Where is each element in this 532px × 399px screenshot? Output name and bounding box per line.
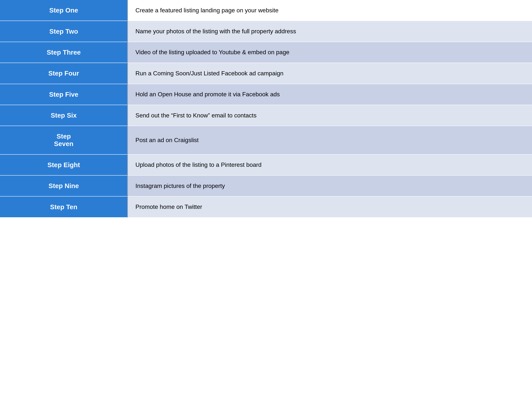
step-content: Run a Coming Soon/Just Listed Facebook a… xyxy=(128,63,532,84)
table-row: Step TenPromote home on Twitter xyxy=(0,196,532,217)
table-row: Step EightUpload photos of the listing t… xyxy=(0,154,532,175)
table-row: Step SixSend out the “First to Know” ema… xyxy=(0,105,532,126)
table-row: Step NineInstagram pictures of the prope… xyxy=(0,175,532,196)
step-content: Upload photos of the listing to a Pinter… xyxy=(128,154,532,175)
step-line1: Step xyxy=(57,133,71,140)
step-label: Step Eight xyxy=(0,154,128,175)
step-line2: Seven xyxy=(54,140,74,147)
step-content: Promote home on Twitter xyxy=(128,196,532,217)
step-label: Step Six xyxy=(0,105,128,126)
steps-table: Step OneCreate a featured listing landin… xyxy=(0,0,532,218)
step-content: Hold an Open House and promote it via Fa… xyxy=(128,84,532,105)
step-content: Post an ad on Craigslist xyxy=(128,126,532,154)
step-content: Instagram pictures of the property xyxy=(128,175,532,196)
step-label: Step One xyxy=(0,0,128,21)
step-label: Step Five xyxy=(0,84,128,105)
step-label: Step Nine xyxy=(0,175,128,196)
step-content: Video of the listing uploaded to Youtube… xyxy=(128,42,532,63)
step-label: Step Two xyxy=(0,21,128,42)
step-content: Send out the “First to Know” email to co… xyxy=(128,105,532,126)
table-row: Step ThreeVideo of the listing uploaded … xyxy=(0,42,532,63)
step-label: Step Three xyxy=(0,42,128,63)
step-content: Name your photos of the listing with the… xyxy=(128,21,532,42)
table-row: Step TwoName your photos of the listing … xyxy=(0,21,532,42)
step-label: Step Ten xyxy=(0,196,128,217)
step-content: Create a featured listing landing page o… xyxy=(128,0,532,21)
step-label: StepSeven xyxy=(0,126,128,154)
step-label: Step Four xyxy=(0,63,128,84)
table-row: Step OneCreate a featured listing landin… xyxy=(0,0,532,21)
table-row: StepSevenPost an ad on Craigslist xyxy=(0,126,532,154)
table-row: Step FiveHold an Open House and promote … xyxy=(0,84,532,105)
table-row: Step FourRun a Coming Soon/Just Listed F… xyxy=(0,63,532,84)
